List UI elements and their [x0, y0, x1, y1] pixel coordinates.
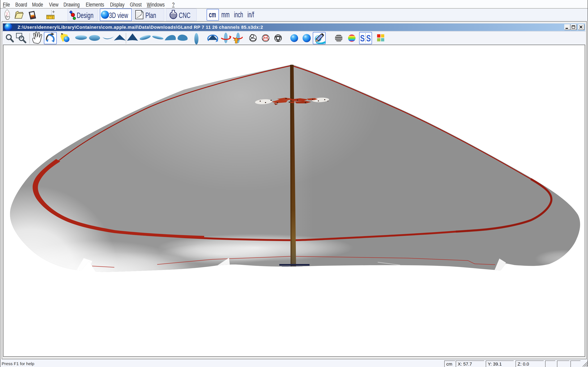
svg-text:1: 1	[48, 17, 49, 19]
svg-text:S: S	[360, 33, 365, 43]
svg-text:0: 0	[52, 17, 53, 19]
svg-text:S: S	[366, 33, 371, 43]
